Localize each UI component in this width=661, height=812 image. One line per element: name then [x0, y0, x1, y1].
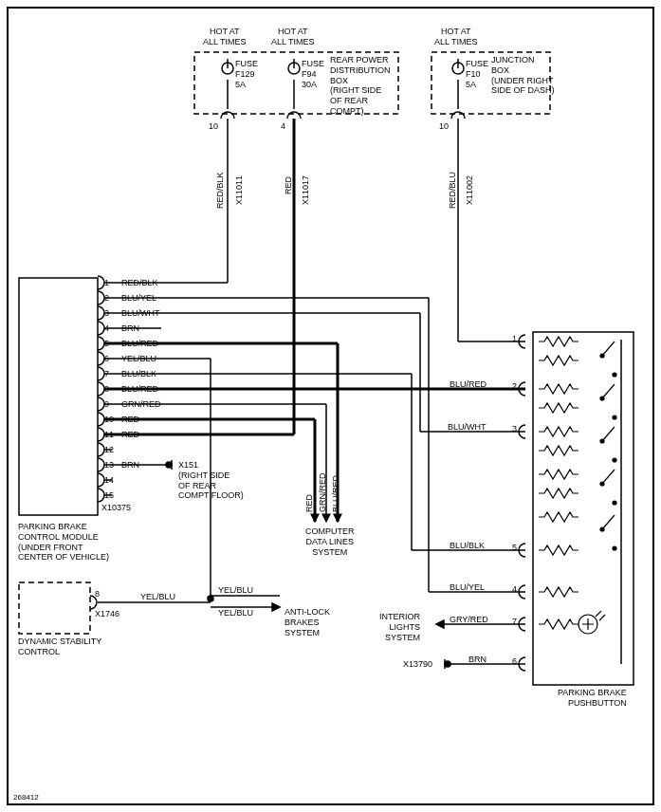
module-pin-13: 13	[104, 460, 114, 471]
pb-brn: BRN	[468, 655, 487, 665]
svg-point-64	[445, 661, 450, 667]
module-pin-15: 15	[104, 490, 114, 501]
diagram-id: 268412	[13, 793, 39, 803]
pb-pin-7: 7	[512, 617, 517, 627]
module-pin-7: 7	[104, 369, 109, 379]
pb-pin-2: 2	[512, 381, 517, 392]
svg-point-34	[166, 462, 172, 468]
module-pin-5-color: BLU/RED	[121, 339, 158, 349]
module-pin-7-color: BLU/BLK	[121, 369, 156, 379]
x11017: X11017	[301, 175, 311, 205]
junction-box-label: JUNCTION BOX (UNDER RIGHT SIDE OF DASH)	[491, 55, 555, 96]
module-pin-6-color: YEL/BLU	[121, 354, 156, 364]
conn-8: 8	[95, 589, 100, 600]
wiring-diagram: HOT AT ALL TIMES HOT AT ALL TIMES HOT AT…	[0, 0, 661, 812]
module-pin-8: 8	[104, 384, 109, 395]
pb-blu-wht: BLU/WHT	[448, 422, 487, 433]
x11002: X11002	[465, 175, 475, 205]
pb-blu-yel: BLU/YEL	[450, 582, 485, 593]
pin-10-a: 10	[209, 121, 218, 132]
pin-4: 4	[281, 121, 285, 132]
x13790: X13790	[403, 659, 432, 670]
svg-point-50	[613, 415, 616, 419]
svg-line-55	[602, 470, 615, 484]
v-red: RED	[304, 494, 315, 512]
fuse-f129-label: FUSEF1295A	[235, 59, 258, 89]
module-pin-12: 12	[104, 445, 114, 455]
pb-blu-red: BLU/RED	[450, 379, 487, 390]
module-pin-1: 1	[104, 278, 109, 288]
svg-point-47	[613, 373, 616, 377]
wire-redblu-v: RED/BLU	[448, 172, 458, 209]
module-pin-4: 4	[104, 323, 109, 334]
rear-power-box-label: REAR POWER DISTRIBUTION BOX (RIGHT SIDE …	[330, 55, 391, 117]
module-pin-9: 9	[104, 399, 109, 410]
interior-lights-label: INTERIOR LIGHTS SYSTEM	[379, 612, 420, 642]
anti-lock-brakes-label: ANTI-LOCK BRAKES SYSTEM	[285, 607, 330, 637]
fuse-f10-label: FUSEF105A	[466, 59, 488, 89]
module-pin-14: 14	[104, 475, 114, 486]
module-pin-4-color: BRN	[121, 323, 139, 334]
v-grnred: GRN/RED	[318, 472, 328, 512]
v-blured: BLU/RED	[331, 475, 341, 512]
x10375: X10375	[101, 503, 131, 513]
svg-point-53	[613, 458, 616, 462]
x1746: X1746	[95, 609, 119, 619]
svg-line-49	[602, 384, 615, 398]
svg-rect-10	[19, 278, 98, 515]
svg-line-58	[602, 515, 615, 529]
wire-red-v: RED	[284, 176, 294, 194]
module-pin-13-color: BRN	[121, 460, 139, 471]
pb-pin-5: 5	[512, 543, 517, 553]
pb-pin-4: 4	[512, 584, 517, 595]
svg-point-59	[613, 546, 616, 550]
svg-point-56	[613, 501, 616, 505]
pb-pin-3: 3	[512, 424, 517, 434]
module-pin-2-color: BLU/YEL	[121, 293, 156, 304]
yelblu-1: YEL/BLU	[140, 592, 175, 602]
parking-brake-module-label: PARKING BRAKE CONTROL MODULE (UNDER FRON…	[18, 522, 109, 563]
parking-brake-pushbutton-label: PARKING BRAKE PUSHBUTTON	[558, 688, 627, 709]
module-pin-10-color: RED	[121, 415, 139, 425]
svg-point-41	[208, 596, 213, 601]
module-pin-11-color: RED	[121, 430, 139, 440]
module-pin-8-color: BLU/RED	[121, 384, 158, 395]
module-pin-11: 11	[104, 430, 114, 440]
pb-pin-6: 6	[512, 656, 517, 667]
pb-blu-blk: BLU/BLK	[450, 541, 485, 551]
computer-data-label: COMPUTER DATA LINES SYSTEM	[305, 526, 355, 557]
yelblu-2: YEL/BLU	[218, 585, 253, 596]
hot-label-3: HOT AT ALL TIMES	[434, 27, 478, 47]
svg-line-52	[602, 427, 615, 441]
dynamic-stability-label: DYNAMIC STABILITY CONTROL	[18, 637, 101, 657]
module-pin-9-color: GRN/RED	[121, 399, 161, 410]
module-pin-3: 3	[104, 308, 109, 319]
x11011: X11011	[234, 175, 245, 205]
fuse-f94-label: FUSEF9430A	[302, 59, 324, 89]
module-pin-1-color: RED/BLK	[121, 278, 158, 288]
pin-10-b: 10	[439, 121, 449, 132]
module-pin-5: 5	[104, 339, 109, 349]
pb-pin-1: 1	[512, 334, 517, 344]
x151-label: X151 (RIGHT SIDE OF REAR COMPT FLOOR)	[178, 460, 244, 501]
module-pin-2: 2	[104, 293, 109, 304]
pb-gry-red: GRY/RED	[450, 615, 488, 625]
hot-label-1: HOT AT ALL TIMES	[203, 27, 247, 47]
hot-label-2: HOT AT ALL TIMES	[271, 27, 315, 47]
yelblu-3: YEL/BLU	[218, 608, 253, 618]
svg-line-46	[602, 341, 615, 356]
wire-redblk-v: RED/BLK	[215, 172, 226, 209]
module-pin-10: 10	[104, 415, 114, 425]
module-pin-6: 6	[104, 354, 109, 364]
module-pin-3-color: BLU/WHT	[121, 308, 160, 319]
